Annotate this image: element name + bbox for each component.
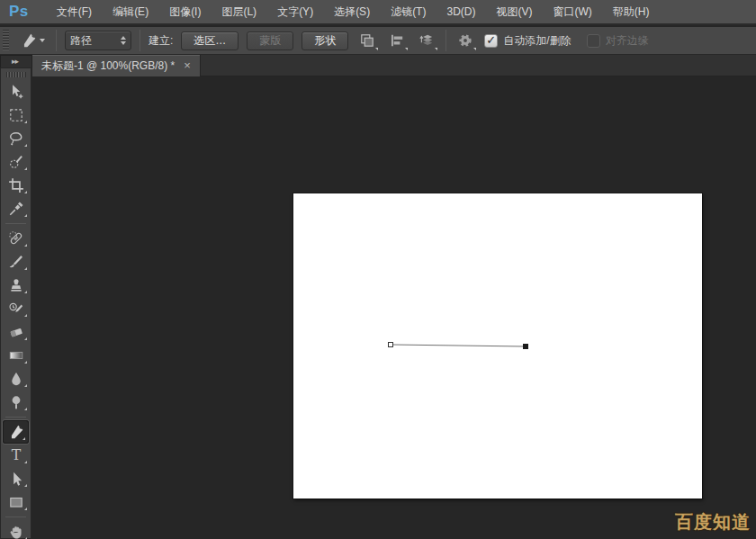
hand-tool-icon bbox=[8, 524, 24, 539]
tool-clone-stamp[interactable] bbox=[1, 274, 31, 297]
canvas-workspace[interactable] bbox=[32, 76, 756, 539]
make-mask-button[interactable]: 蒙版 bbox=[247, 31, 293, 50]
blur-tool-icon bbox=[8, 371, 24, 387]
spinner-arrows-icon bbox=[121, 36, 126, 45]
separator bbox=[140, 30, 140, 51]
separator bbox=[446, 30, 446, 51]
tool-type[interactable]: T bbox=[1, 444, 31, 467]
path-arrangement-icon bbox=[418, 32, 435, 49]
tool-preset-picker[interactable] bbox=[17, 30, 48, 51]
crop-tool-icon bbox=[8, 177, 24, 193]
healing-brush-tool-icon bbox=[8, 230, 24, 247]
tool-options-bar: 路径 建立: 选区… 蒙版 形状 bbox=[0, 27, 756, 55]
document-canvas[interactable] bbox=[293, 193, 702, 499]
path-operations-button[interactable] bbox=[356, 30, 378, 51]
menu-layer[interactable]: 图层(L) bbox=[216, 3, 262, 22]
document-tab-title: 未标题-1 @ 100%(RGB/8) * bbox=[41, 58, 175, 74]
tools-separator bbox=[5, 417, 26, 418]
make-shape-button[interactable]: 形状 bbox=[302, 31, 348, 50]
tool-blur[interactable] bbox=[1, 367, 31, 391]
tool-history-brush[interactable] bbox=[1, 297, 31, 320]
menu-window[interactable]: 窗口(W) bbox=[547, 3, 597, 22]
tool-brush[interactable] bbox=[1, 250, 31, 274]
tool-rectangle[interactable] bbox=[1, 490, 31, 514]
menu-3d[interactable]: 3D(D) bbox=[441, 4, 481, 20]
tools-separator bbox=[5, 517, 26, 517]
tool-eraser[interactable] bbox=[1, 320, 31, 344]
tool-spot-healing-brush[interactable] bbox=[1, 227, 31, 250]
clone-stamp-tool-icon bbox=[8, 277, 24, 293]
document-tab-bar: 未标题-1 @ 100%(RGB/8) * × bbox=[32, 55, 756, 76]
auto-add-delete-checkbox[interactable] bbox=[484, 34, 498, 48]
tools-panel-body: T bbox=[0, 67, 32, 539]
menu-image[interactable]: 图像(I) bbox=[164, 3, 206, 22]
path-arrangement-button[interactable] bbox=[416, 30, 437, 51]
tool-quick-selection[interactable] bbox=[1, 150, 31, 174]
lasso-tool-icon bbox=[8, 130, 24, 147]
quick-selection-tool-icon bbox=[8, 154, 24, 170]
tools-panel-grip[interactable] bbox=[6, 72, 26, 77]
menu-file[interactable]: 文件(F) bbox=[51, 3, 97, 22]
tool-gradient[interactable] bbox=[1, 344, 31, 367]
tool-path-selection[interactable] bbox=[1, 467, 31, 490]
svg-text:T: T bbox=[11, 447, 21, 463]
document-tab[interactable]: 未标题-1 @ 100%(RGB/8) * × bbox=[32, 55, 201, 76]
photoshop-logo: Ps bbox=[9, 3, 29, 21]
chevron-down-icon bbox=[473, 48, 476, 50]
pen-icon bbox=[21, 32, 37, 49]
rectangle-tool-icon bbox=[8, 494, 24, 510]
tool-crop[interactable] bbox=[1, 174, 31, 197]
tab-close-icon[interactable]: × bbox=[184, 60, 191, 71]
pen-options-gear-button[interactable] bbox=[454, 30, 476, 51]
tool-lasso[interactable] bbox=[1, 127, 31, 150]
pen-tool-icon bbox=[8, 424, 24, 440]
tool-mode-select[interactable]: 路径 bbox=[65, 31, 131, 50]
chevron-down-icon bbox=[435, 48, 437, 50]
move-tool-icon bbox=[8, 84, 24, 100]
history-brush-tool-icon bbox=[8, 301, 24, 317]
eraser-tool-icon bbox=[8, 324, 24, 340]
path-selection-tool-icon bbox=[8, 471, 24, 487]
options-bar-grip[interactable] bbox=[3, 30, 9, 51]
tools-panel: ▸▸ bbox=[0, 55, 32, 539]
tool-move[interactable] bbox=[1, 80, 31, 103]
separator bbox=[56, 30, 57, 51]
menu-type[interactable]: 文字(Y) bbox=[272, 3, 319, 22]
eyedropper-tool-icon bbox=[8, 201, 24, 217]
gear-icon bbox=[457, 32, 473, 49]
chevron-down-icon bbox=[40, 39, 45, 42]
chevron-down-icon bbox=[405, 48, 408, 50]
menu-bar: Ps 文件(F) 编辑(E) 图像(I) 图层(L) 文字(Y) 选择(S) 滤… bbox=[0, 0, 756, 25]
dodge-tool-icon bbox=[8, 394, 24, 410]
make-selection-button[interactable]: 选区… bbox=[181, 31, 238, 50]
gradient-tool-icon bbox=[8, 347, 24, 364]
path-alignment-icon bbox=[389, 32, 405, 49]
align-edges-checkbox[interactable] bbox=[587, 34, 600, 48]
tool-mode-value: 路径 bbox=[70, 33, 92, 49]
baidu-zhidao-watermark: 百度知道 bbox=[675, 510, 751, 535]
tool-hand[interactable] bbox=[1, 520, 31, 539]
tool-pen[interactable] bbox=[3, 420, 29, 444]
brush-tool-icon bbox=[8, 254, 24, 270]
menu-help[interactable]: 帮助(H) bbox=[608, 3, 655, 22]
menu-view[interactable]: 视图(V) bbox=[490, 3, 537, 22]
tool-dodge[interactable] bbox=[1, 391, 31, 414]
align-edges-label: 对齐边缘 bbox=[606, 33, 649, 49]
make-label: 建立: bbox=[148, 33, 173, 49]
chevron-down-icon bbox=[375, 48, 378, 50]
tools-separator bbox=[5, 223, 26, 224]
pen-path-overlay bbox=[293, 193, 702, 499]
tools-collapse-button[interactable]: ▸▸ bbox=[0, 55, 32, 67]
menu-select[interactable]: 选择(S) bbox=[328, 3, 375, 22]
path-operations-icon bbox=[359, 32, 375, 49]
auto-add-delete-label: 自动添加/删除 bbox=[503, 33, 571, 49]
type-tool-icon: T bbox=[8, 447, 24, 463]
marquee-tool-icon bbox=[8, 107, 24, 123]
menu-edit[interactable]: 编辑(E) bbox=[107, 3, 154, 22]
tool-rectangular-marquee[interactable] bbox=[1, 103, 31, 127]
tool-eyedropper[interactable] bbox=[1, 197, 31, 220]
path-alignment-button[interactable] bbox=[386, 30, 408, 51]
menu-filter[interactable]: 滤镜(T) bbox=[385, 3, 431, 22]
